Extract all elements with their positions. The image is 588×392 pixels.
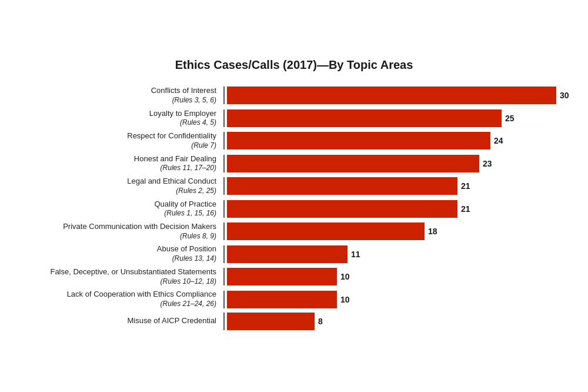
bar-section: 8 [223,313,564,330]
bar-value: 21 [461,204,470,214]
bar-section: 10 [223,268,564,285]
bar-row: Lack of Cooperation with Ethics Complian… [24,290,564,308]
bar-label: Respect for Confidentiality(Rule 7) [24,131,223,150]
bar-section: 23 [223,155,564,172]
bar-section: 11 [223,245,564,263]
bar-value: 30 [560,91,569,100]
bar-value: 21 [461,181,470,191]
chart-container: Ethics Cases/Calls (2017)—By Topic Areas… [12,46,576,346]
bar-value: 25 [505,114,514,123]
bar-label: Misuse of AICP Credential [24,316,223,326]
bar-label: Quality of Practice(Rules 1, 15, 16) [24,200,223,218]
bar-label: Legal and Ethical Conduct(Rules 2, 25) [24,177,223,195]
bar-label: Honest and Fair Dealing(Rules 11, 17–20) [24,154,223,173]
bar [227,200,457,218]
bar-value: 11 [351,250,360,259]
bar [227,245,348,263]
bar-row: Misuse of AICP Credential8 [24,313,564,330]
bar-label: Loyalty to Employer(Rules 4, 5) [24,109,223,128]
bar-row: Private Communication with Decision Make… [24,222,564,241]
bar-value: 24 [494,136,503,145]
bar [227,177,457,195]
bar-row: Honest and Fair Dealing(Rules 11, 17–20)… [24,154,564,173]
bar-row: Abuse of Position(Rules 13, 14)11 [24,244,564,263]
bar [227,291,337,308]
chart-area: Conflicts of Interest(Rules 3, 5, 6)30Lo… [24,86,564,334]
bar-value: 23 [483,159,492,168]
bar [227,155,479,172]
bar [227,313,315,330]
bar-row: Conflicts of Interest(Rules 3, 5, 6)30 [24,86,564,105]
bar-section: 24 [223,132,564,150]
bar-row: False, Deceptive, or Unsubstantiated Sta… [24,267,564,286]
bar [227,222,425,240]
bar-section: 25 [223,109,564,127]
bar [227,87,556,104]
bar-value: 18 [428,227,437,236]
bar-row: Respect for Confidentiality(Rule 7)24 [24,131,564,150]
bar [227,132,490,150]
bar-section: 21 [223,200,564,218]
bar-value: 10 [340,272,350,281]
bar-section: 21 [223,177,564,195]
bar-row: Quality of Practice(Rules 1, 15, 16)21 [24,200,564,218]
bar-label: False, Deceptive, or Unsubstantiated Sta… [24,267,223,286]
bar-label: Abuse of Position(Rules 13, 14) [24,244,223,263]
bar [227,109,502,127]
chart-title: Ethics Cases/Calls (2017)—By Topic Areas [24,58,564,72]
bar-row: Loyalty to Employer(Rules 4, 5)25 [24,109,564,128]
bar-value: 8 [318,317,323,326]
bar-row: Legal and Ethical Conduct(Rules 2, 25)21 [24,177,564,195]
bar-value: 10 [340,295,350,304]
bar-label: Lack of Cooperation with Ethics Complian… [24,290,223,308]
bar-label: Private Communication with Decision Make… [24,222,223,241]
bar-section: 10 [223,291,564,308]
bar-section: 30 [223,87,569,104]
bar-label: Conflicts of Interest(Rules 3, 5, 6) [24,86,223,105]
bar [227,268,337,285]
bar-section: 18 [223,222,564,240]
